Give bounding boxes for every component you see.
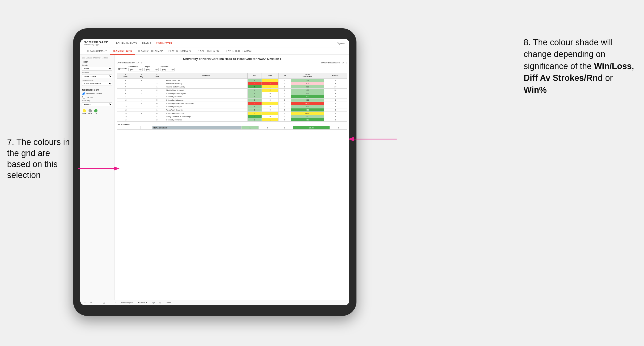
- annotation-right-text2: or: [603, 73, 612, 83]
- table-row: 2 - 1 Auburn University 2 1 0 1.67 9: [117, 78, 347, 82]
- nav-committee[interactable]: COMMITTEE: [156, 42, 173, 45]
- cell-rounds: 8: [324, 98, 347, 102]
- forward-btn[interactable]: →: [95, 301, 100, 304]
- division-label: Division: [82, 72, 112, 74]
- nav-links: TOURNAMENTS TEAMS COMMITTEE: [116, 42, 172, 45]
- redo-btn[interactable]: ↪: [89, 301, 93, 304]
- radio-opponents-played[interactable]: Opponents Played: [82, 92, 112, 95]
- nav-teams[interactable]: TEAMS: [142, 42, 151, 45]
- cell-conf: 2: [149, 88, 165, 92]
- legend-up-label: Up: [95, 113, 97, 115]
- comment-btn[interactable]: 💬: [151, 301, 156, 304]
- grid-btn[interactable]: ⊞: [158, 301, 162, 304]
- cell-conf: 2: [149, 118, 165, 121]
- opponent-select[interactable]: (All): [160, 68, 175, 71]
- table-row: 9 - 1 University of Arizona 1 0 0 9.00 2: [117, 95, 347, 98]
- table-row: 14 - 0 University of Oklahoma 0 1 0 -1.0…: [117, 112, 347, 115]
- opponent-label: Opponent: [160, 66, 175, 67]
- cell-reg: -: [134, 118, 149, 121]
- cell-opponent: University of Arizona: [165, 95, 248, 98]
- school-select[interactable]: 1. University of Nort...: [82, 82, 112, 86]
- ood-diff: 26.00: [293, 126, 330, 129]
- region-filter: Region (All): [144, 66, 159, 71]
- legend-level: Level: [88, 109, 92, 115]
- cell-rank: 2: [117, 78, 134, 82]
- cell-tie: 0: [278, 115, 291, 118]
- ood-reg: [129, 126, 140, 129]
- ipad-screen: SCOREBOARD Powered by clippd TOURNAMENTS…: [80, 39, 350, 305]
- ipad-frame: SCOREBOARD Powered by clippd TOURNAMENTS…: [73, 28, 356, 316]
- zoom-btn[interactable]: +: [108, 301, 112, 304]
- conference-select[interactable]: (All): [128, 68, 142, 71]
- clock-btn[interactable]: ●: [114, 301, 118, 304]
- cell-opponent: University of Alabama: [165, 98, 248, 102]
- cell-rank: 13: [117, 108, 134, 112]
- cell-loss: 0: [262, 108, 278, 112]
- cell-loss: 1: [262, 118, 278, 121]
- ood-rounds: 3: [330, 126, 347, 129]
- annotation-right-bold2: Win%: [524, 85, 547, 95]
- share-btn[interactable]: Share: [164, 301, 172, 304]
- cell-diff: -4.33: [291, 102, 324, 105]
- grid-records: Overall Record: 89 - 17 - 0 Division Rec…: [117, 61, 347, 64]
- cell-win: 0: [248, 82, 262, 85]
- subnav-team-h2h-heatmap[interactable]: TEAM H2H HEATMAP: [135, 48, 166, 55]
- col-conf: #Conf: [149, 73, 165, 79]
- cell-tie: 0: [278, 98, 291, 102]
- cell-opponent: Arizona State University: [165, 85, 248, 88]
- table-row: 13 - 1 Texas Tech University 3 0 0 5.56 …: [117, 108, 347, 112]
- cell-conf: 1: [149, 108, 165, 112]
- sign-out-button[interactable]: Sign out: [337, 42, 346, 44]
- col-tie: Tie: [278, 73, 291, 79]
- legend-down-label: Down: [82, 113, 86, 115]
- cell-diff: -1.00: [291, 112, 324, 115]
- overall-record: Overall Record: 89 - 17 - 0: [117, 61, 142, 64]
- cell-opponent: University of Arkansas, Fayetteville: [165, 102, 248, 105]
- cell-diff: 6.62: [291, 118, 324, 121]
- ood-tie: 0: [276, 126, 293, 129]
- table-row: 4 - 1 Arizona State University 5 1 0 2.2…: [117, 85, 347, 88]
- watch-btn[interactable]: 👁 Watch ▼: [136, 301, 149, 304]
- region-select[interactable]: (All): [144, 68, 159, 71]
- table-row: 16 - 2 University of Florida 3 1 0 6.62 …: [117, 118, 347, 121]
- cell-diff: -2.29: [291, 82, 324, 85]
- cell-rank: 15: [117, 115, 134, 118]
- view-btn[interactable]: View: Original: [120, 301, 134, 304]
- out-of-division-table: NCAA Division II 1 0 0 26.00 3: [117, 126, 347, 130]
- cell-conf: 5: [149, 98, 165, 102]
- subnav-team-h2h-grid[interactable]: TEAM H2H GRID: [110, 48, 135, 55]
- ood-win: 1: [242, 126, 259, 129]
- sub-nav: TEAM SUMMARY TEAM H2H GRID TEAM H2H HEAT…: [80, 48, 350, 55]
- nav-tournaments[interactable]: TOURNAMENTS: [116, 42, 137, 45]
- cell-opponent: Auburn University: [165, 78, 248, 82]
- subnav-player-h2h-grid[interactable]: PLAYER H2H GRID: [194, 48, 222, 55]
- left-panel: Last Updated: 27/03/2024 16:55:38 Team G…: [80, 55, 114, 300]
- cell-rank: 9: [117, 95, 134, 98]
- cell-rounds: 3: [324, 105, 347, 108]
- timestamp: Last Updated: 27/03/2024 16:55:38: [82, 57, 112, 59]
- crop-btn[interactable]: ❏: [102, 301, 106, 304]
- subnav-team-summary[interactable]: TEAM SUMMARY: [84, 48, 110, 55]
- radio-top100[interactable]: Top 100: [82, 96, 112, 99]
- legend-level-dot: [88, 109, 92, 112]
- division-select[interactable]: NCAA Division I: [82, 74, 112, 78]
- colour-by-select[interactable]: Win/loss: [82, 102, 112, 106]
- cell-loss: 1: [262, 112, 278, 115]
- col-reg: #Reg: [134, 73, 149, 79]
- gender-select[interactable]: Men's: [82, 67, 112, 71]
- grid-panel: University of North Carolina Head-to-Hea…: [114, 55, 350, 300]
- undo-btn[interactable]: ↩: [82, 301, 87, 304]
- cell-reg: -: [134, 115, 149, 118]
- subnav-player-h2h-heatmap[interactable]: PLAYER H2H HEATMAP: [222, 48, 255, 55]
- cell-diff: 9.00: [291, 95, 324, 98]
- cell-conf: 4: [149, 115, 165, 118]
- conference-filter: Conference (All): [128, 66, 142, 71]
- col-opponent: Opponent: [165, 73, 248, 79]
- cell-diff: 4.50: [291, 115, 324, 118]
- subnav-player-summary[interactable]: PLAYER SUMMARY: [166, 48, 194, 55]
- cell-rank: 11: [117, 102, 134, 105]
- table-row: 15 - 4 Georgia Institute of Technology 5…: [117, 115, 347, 118]
- cell-loss: 4: [262, 82, 278, 85]
- cell-reg: -: [134, 88, 149, 92]
- cell-win: 3: [248, 98, 262, 102]
